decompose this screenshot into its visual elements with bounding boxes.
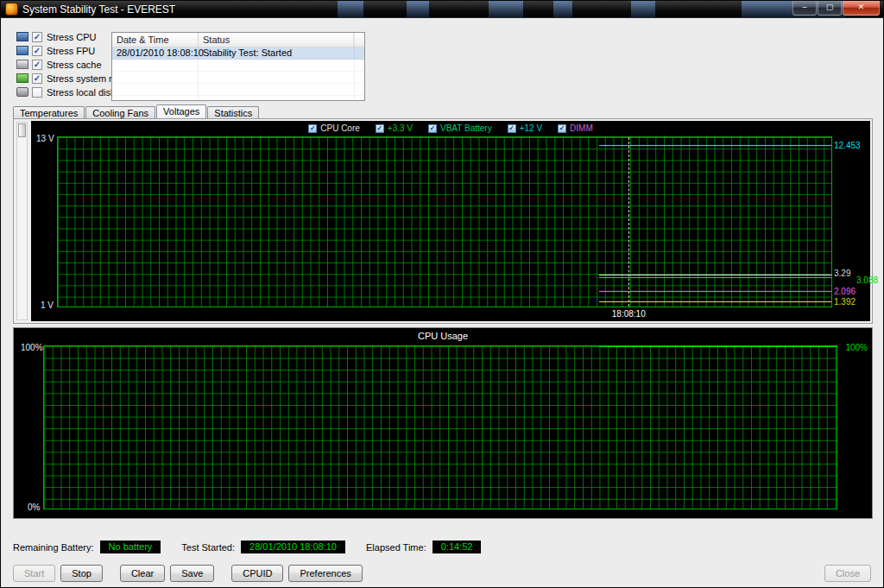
series-value-vbat-battery: 3.29 (834, 268, 850, 277)
legend-vbat-battery[interactable]: ✓VBAT Battery (428, 123, 492, 133)
cpu-chart-title: CPU Usage (14, 331, 872, 341)
test-started-status: Test Started: 28/01/2010 18:08:10 (181, 541, 345, 553)
elapsed-time-status: Elapsed Time: 0:14:52 (366, 541, 481, 553)
stress-checkbox[interactable]: ✓ (32, 32, 42, 42)
disk-icon (16, 87, 28, 97)
close-button[interactable]: Close (824, 565, 871, 582)
tab-cooling-fans[interactable]: Cooling Fans (85, 106, 155, 118)
series-line-vbat-battery (599, 275, 831, 275)
button-bar: StartStopClearSaveCPUIDPreferences Close (13, 565, 871, 583)
series-line-cpu-core (599, 301, 831, 302)
everest-app-icon (5, 3, 18, 16)
stress-checkbox[interactable] (32, 87, 42, 98)
battery-label: Remaining Battery: (13, 542, 94, 553)
legend-3-3-v[interactable]: ✓+3.3 V (376, 123, 413, 133)
series-line-12-v (599, 145, 831, 146)
log-header: Date & Time Status (112, 33, 364, 47)
start-button[interactable]: Start (13, 565, 55, 582)
log-status: Stability Test: Started (199, 47, 292, 59)
log-column-divider (198, 33, 199, 100)
stress-label: Stress CPU (47, 32, 96, 42)
button-groups: StartStopClearSaveCPUIDPreferences (13, 565, 871, 582)
cpu-plot (43, 345, 837, 509)
test-started-label: Test Started: (181, 542, 235, 553)
stress-checkbox[interactable]: ✓ (32, 46, 42, 56)
legend-label: CPU Core (320, 123, 360, 133)
chart-scrollbar-thumb[interactable] (18, 123, 26, 137)
button-group: ClearSave (120, 565, 214, 582)
log-header-status[interactable]: Status (199, 33, 354, 47)
tab-voltages[interactable]: Voltages (156, 104, 206, 118)
clear-button[interactable]: Clear (120, 565, 165, 582)
time-marker-label: 18:08:10 (612, 309, 646, 319)
window-titlebar[interactable]: System Stability Test - EVEREST – ▢ ✕ (1, 1, 883, 18)
series-line-3-3-v (599, 277, 831, 278)
log-row[interactable]: 28/01/2010 18:08:10Stability Test: Start… (112, 47, 364, 60)
log-list[interactable]: Date & Time Status 28/01/2010 18:08:10St… (111, 32, 365, 101)
legend-label: DIMM (570, 123, 593, 133)
legend-checkbox[interactable]: ✓ (558, 124, 566, 133)
window-controls: – ▢ ✕ (792, 1, 880, 16)
maximize-button[interactable]: ▢ (818, 1, 842, 16)
legend-checkbox[interactable]: ✓ (508, 124, 516, 133)
status-bar: Remaining Battery: No battery Test Start… (13, 541, 481, 553)
button-group: CPUIDPreferences (231, 565, 363, 582)
log-datetime: 28/01/2010 18:08:10 (112, 47, 199, 59)
stress-checkbox[interactable]: ✓ (32, 60, 42, 70)
preferences-button[interactable]: Preferences (288, 565, 362, 582)
chart-scrollbar[interactable] (16, 122, 28, 320)
legend-checkbox[interactable]: ✓ (428, 124, 437, 133)
log-row-empty (112, 84, 364, 96)
log-column-divider (354, 33, 355, 100)
elapsed-time-value: 0:14:52 (433, 541, 482, 553)
glass-reflection (553, 1, 572, 17)
glass-reflection (338, 1, 363, 17)
legend-cpu-core[interactable]: ✓CPU Core (308, 123, 360, 133)
button-group: StartStop (13, 565, 103, 582)
cpu-axis-min: 0% (28, 503, 40, 512)
stress-label: Stress FPU (47, 46, 95, 56)
cpu-icon (16, 32, 28, 41)
series-value-dimm: 2.096 (834, 287, 856, 296)
voltages-tab-page: ✓CPU Core✓+3.3 V✓VBAT Battery✓+12 V✓DIMM… (13, 118, 873, 324)
legend-checkbox[interactable]: ✓ (376, 124, 384, 133)
stress-checkbox[interactable]: ✓ (32, 73, 42, 84)
elapsed-time-label: Elapsed Time: (366, 542, 426, 553)
minimize-button[interactable]: – (792, 1, 817, 16)
stop-button[interactable]: Stop (60, 565, 103, 582)
voltage-legend: ✓CPU Core✓+3.3 V✓VBAT Battery✓+12 V✓DIMM (31, 123, 870, 133)
log-body: 28/01/2010 18:08:10Stability Test: Start… (112, 47, 364, 101)
glass-reflection (631, 1, 655, 17)
legend-label: VBAT Battery (440, 123, 492, 133)
fpu-icon (16, 46, 28, 55)
cpu-current-value: 100% (845, 343, 868, 352)
app-window: System Stability Test - EVEREST – ▢ ✕ ✓S… (0, 0, 884, 588)
battery-status: Remaining Battery: No battery (13, 541, 161, 553)
glass-reflection (407, 1, 429, 17)
time-marker (628, 137, 629, 307)
cpu-usage-chart: CPU Usage 100% 0% 100% (13, 327, 873, 519)
legend-12-v[interactable]: ✓+12 V (508, 123, 542, 133)
voltage-axis-min: 1 V (41, 300, 54, 310)
legend-dimm[interactable]: ✓DIMM (558, 123, 593, 133)
log-header-datetime[interactable]: Date & Time (112, 33, 199, 47)
legend-checkbox[interactable]: ✓ (308, 124, 317, 133)
tab-statistics[interactable]: Statistics (207, 106, 259, 118)
series-value-12-v: 12.453 (834, 140, 861, 149)
save-button[interactable]: Save (170, 565, 214, 582)
series-line-dimm (599, 291, 831, 292)
memory-icon (16, 73, 28, 83)
glass-reflection (489, 1, 523, 17)
close-window-button[interactable]: ✕ (843, 1, 880, 16)
tab-temperatures[interactable]: Temperatures (13, 106, 85, 118)
legend-label: +3.3 V (388, 123, 413, 133)
legend-label: +12 V (520, 123, 542, 133)
cpuid-button[interactable]: CPUID (231, 565, 283, 582)
voltage-chart: ✓CPU Core✓+3.3 V✓VBAT Battery✓+12 V✓DIMM… (31, 121, 870, 321)
cpu-usage-line (599, 346, 837, 347)
log-row-empty (112, 96, 364, 101)
test-started-value: 28/01/2010 18:08:10 (241, 541, 345, 553)
log-row-empty (112, 60, 364, 72)
voltage-plot: 18:08:10 12.4533.293.0882.0961.392 (57, 136, 832, 307)
cpu-axis-max: 100% (21, 343, 43, 352)
